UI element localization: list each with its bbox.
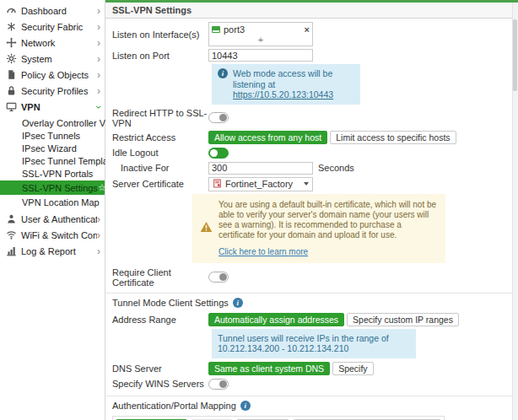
chevron-right-icon: › [97,6,100,16]
idle-logout-row: Idle Logout [112,147,501,159]
sidebar-item-policy-objects[interactable]: Policy & Objects › [0,67,105,83]
scrollbar-thumb[interactable] [513,19,517,91]
limit-hosts-button[interactable]: Limit access to specific hosts [330,131,456,144]
inactive-for-input[interactable] [208,162,313,175]
lock-icon [5,85,18,96]
restrict-access-segment: Allow access from any host Limit access … [208,131,456,144]
tunnel-section-header: Tunnel Mode Client Settings i [112,298,501,308]
section-title: Authentication/Portal Mapping [112,401,236,411]
document-icon [5,69,18,80]
main-content: SSL-VPN Settings Listen on Interface(s) … [105,0,518,420]
specify-dns-button[interactable]: Specify [332,362,373,375]
sidebar-item-security-fabric[interactable]: Security Fabric › [0,19,105,35]
field-label: Server Certificate [112,179,208,189]
idle-logout-toggle[interactable] [208,148,229,159]
warning-icon [200,221,213,235]
field-label: DNS Server [112,363,208,374]
sidebar-item-system[interactable]: System › [0,51,105,67]
require-client-cert-row: Require Client Certificate [112,267,501,288]
sidebar-item-label: VPN [21,102,97,112]
redirect-http-toggle[interactable] [208,112,229,123]
portal-mapping-toolbar: + Create New Edit Delete Send SSL-VPN Co… [112,416,445,420]
notice-text: Web mode access will be listening at [233,68,332,89]
certificate-icon [213,179,222,190]
warning-text: You are using a default built-in certifi… [219,200,436,240]
sidebar-item-log-report[interactable]: Log & Report › [0,243,105,259]
fabric-icon [5,21,18,32]
allow-any-host-button[interactable]: Allow access from any host [208,131,327,144]
inactive-for-row: Inactive For Seconds [112,162,501,175]
sidebar-item-label: Dashboard [21,6,97,16]
interface-icon [212,26,220,33]
chevron-right-icon: › [97,214,100,224]
vpn-submenu: Overlay Controller VPN IPsec Tunnels IPs… [0,115,105,211]
sidebar-item-wifi-switch-controller[interactable]: WiFi & Switch Controller › [0,227,105,243]
require-client-cert-toggle[interactable] [208,272,229,283]
info-icon[interactable]: i [233,298,243,308]
chevron-down-icon: › [94,105,104,109]
interface-name: port3 [224,24,245,35]
sidebar-item-ipsec-tunnel-template[interactable]: IPsec Tunnel Template [0,154,105,167]
auto-assign-button[interactable]: Automatically assign addresses [208,313,344,326]
sidebar-item-user-authentication[interactable]: User & Authentication › [0,211,105,227]
section-divider [105,396,518,396]
fortigate-app: Dashboard › Security Fabric › Network › … [0,0,518,420]
sidebar-item-label: Security Fabric [21,22,97,32]
dns-server-row: DNS Server Same as client system DNS Spe… [112,362,501,375]
sidebar-item-overlay-controller-vpn[interactable]: Overlay Controller VPN [0,116,105,129]
chevron-right-icon: › [97,22,100,32]
page-tab-bar: SSL-VPN Settings [105,3,518,19]
sidebar-item-dashboard[interactable]: Dashboard › [0,3,105,19]
sidebar-item-label: User & Authentication [21,214,97,224]
interface-list-box[interactable]: port3 × + [208,22,313,46]
chevron-right-icon: › [97,230,100,240]
certificate-warning: You are using a default built-in certifi… [192,194,445,263]
section-divider [105,293,518,293]
sidebar-item-ssl-vpn-settings[interactable]: SSL-VPN Settings ☆ [0,180,105,195]
listen-interfaces-row: Listen on Interface(s) port3 × + [112,22,501,46]
chevron-right-icon: › [97,38,100,48]
field-label: Specify WINS Servers [112,379,208,389]
chevron-right-icon: › [97,86,100,96]
field-label: Redirect HTTP to SSL-VPN [112,108,208,128]
sidebar-item-security-profiles[interactable]: Security Profiles › [0,83,105,99]
sidebar-item-ipsec-wizard[interactable]: IPsec Wizard [0,142,105,154]
seconds-unit-label: Seconds [318,163,354,173]
field-label: Address Range [112,315,208,325]
ssl-vpn-settings-form: Listen on Interface(s) port3 × + Listen … [105,19,518,420]
same-as-client-dns-button[interactable]: Same as client system DNS [208,362,330,375]
info-icon: i [218,68,228,78]
sidebar-item-label: Log & Report [21,246,97,256]
web-mode-notice: i Web mode access will be listening at h… [212,64,360,105]
chevron-right-icon: › [97,246,100,256]
field-label: Idle Logout [112,148,208,158]
custom-ranges-button[interactable]: Specify custom IP ranges [347,313,459,326]
listen-port-row: Listen on Port [112,49,501,62]
chevron-right-icon: › [97,70,100,80]
wins-servers-toggle[interactable] [208,379,229,390]
scrollbar[interactable] [512,3,518,420]
sidebar-item-vpn[interactable]: VPN › [0,99,105,115]
learn-more-link[interactable]: Click here to learn more [219,247,438,257]
server-certificate-select[interactable]: Fortinet_Factory [208,177,313,191]
info-icon[interactable]: i [240,401,251,411]
page-title: SSL-VPN Settings [112,5,192,15]
network-icon [5,37,18,48]
chart-icon [5,245,18,256]
field-label: Require Client Certificate [112,267,208,288]
sidebar-item-vpn-location-map[interactable]: VPN Location Map [0,196,105,208]
add-interface-button[interactable]: + [209,35,312,46]
sidebar-item-label: System [21,54,97,64]
sidebar-item-network[interactable]: Network › [0,35,105,51]
server-certificate-row: Server Certificate Fortinet_Factory [112,177,501,191]
sidebar-item-ipsec-tunnels[interactable]: IPsec Tunnels [0,129,105,142]
web-access-link[interactable]: https://10.5.20.123:10443 [233,89,333,100]
sidebar-item-ssl-vpn-portals[interactable]: SSL-VPN Portals [0,167,105,180]
monitor-icon [5,101,18,112]
section-title: Tunnel Mode Client Settings [112,298,229,308]
close-icon[interactable]: × [305,24,310,35]
gauge-icon [5,5,18,16]
interface-entry[interactable]: port3 × [209,23,312,35]
listen-port-input[interactable] [208,49,313,62]
sidebar-item-label: Policy & Objects [21,70,97,80]
